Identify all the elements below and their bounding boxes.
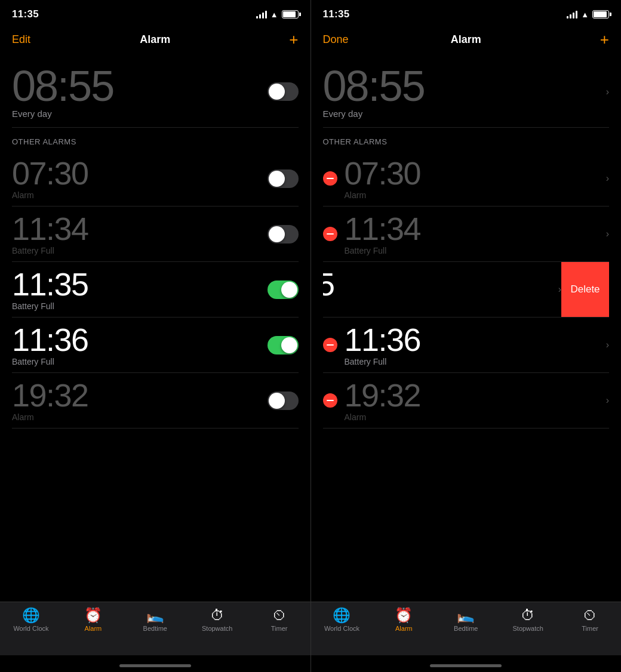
- right-alarm-label-0: Alarm: [345, 190, 421, 200]
- right-battery-icon: [592, 10, 609, 19]
- left-add-button[interactable]: +: [263, 32, 299, 47]
- alarm-toggle-0[interactable]: [268, 169, 299, 188]
- bedtime-label: Bedtime: [143, 625, 167, 632]
- alarm-chevron-4: ›: [606, 395, 609, 406]
- alarm-time-2: 11:35: [12, 268, 88, 300]
- left-alarm-item-0[interactable]: 07:30 Alarm: [12, 151, 299, 206]
- alarm-toggle-3[interactable]: [268, 336, 299, 355]
- left-alarm-list: 08:55 Every day OTHER ALARMS 07:30 Alarm…: [0, 56, 310, 602]
- right-bedtime-label: Bedtime: [454, 625, 478, 632]
- alarm-chevron-3: ›: [606, 340, 609, 350]
- right-alarm-list: 08:55 Every day › OTHER ALARMS 07:30 Ala…: [311, 56, 622, 602]
- right-tab-alarm[interactable]: ⏰ Alarm: [373, 608, 435, 632]
- right-main-alarm-time: 08:55: [323, 64, 425, 107]
- alarm-toggle-2[interactable]: [268, 280, 299, 299]
- alarm-time-4: 19:32: [12, 379, 88, 411]
- right-stopwatch-label: Stopwatch: [512, 625, 543, 632]
- delete-button[interactable]: Delete: [570, 283, 600, 295]
- right-status-icons: ▲: [567, 10, 609, 19]
- right-tab-bar: 🌐 World Clock ⏰ Alarm 🛌 Bedtime ⏱ Stopwa…: [311, 602, 622, 655]
- left-nav-bar: Edit Alarm +: [0, 26, 310, 56]
- alarm-label-3: Battery Full: [12, 357, 88, 366]
- right-wifi-icon: ▲: [581, 10, 589, 19]
- left-tab-worldclock[interactable]: 🌐 World Clock: [0, 608, 62, 632]
- left-section-header: OTHER ALARMS: [12, 128, 299, 151]
- right-alarm-label-1: Battery Full: [345, 246, 421, 255]
- left-status-time: 11:35: [12, 8, 39, 20]
- main-alarm-time: 08:55: [12, 64, 113, 107]
- right-alarm-item-2-swiped[interactable]: 1:35 ttery Full › Delete: [323, 262, 610, 317]
- left-alarm-item-2[interactable]: 11:35 Battery Full: [12, 262, 299, 317]
- right-alarm-item-0[interactable]: 07:30 Alarm ›: [323, 151, 610, 206]
- stopwatch-label: Stopwatch: [202, 625, 232, 632]
- right-alarm-item-3[interactable]: 11:36 Battery Full ›: [323, 317, 610, 373]
- main-alarm-toggle[interactable]: [268, 82, 299, 101]
- right-tab-timer[interactable]: ⏲ Timer: [559, 608, 621, 632]
- left-tab-timer[interactable]: ⏲ Timer: [248, 608, 310, 632]
- right-phone-panel: 11:35 ▲ Done Alarm + 08:55 Every day: [311, 0, 622, 672]
- right-timer-icon: ⏲: [583, 608, 597, 622]
- right-stopwatch-icon: ⏱: [521, 608, 535, 622]
- stopwatch-icon: ⏱: [210, 608, 225, 622]
- left-alarm-item-3[interactable]: 11:36 Battery Full: [12, 317, 299, 373]
- left-phone-panel: 11:35 ▲ Edit Alarm + 08:55 Every day: [0, 0, 310, 672]
- right-alarm-time-2: 1:35: [323, 268, 334, 300]
- right-worldclock-icon: 🌐: [333, 608, 351, 622]
- alarm-time-3: 11:36: [12, 323, 88, 356]
- left-alarm-item-4[interactable]: 19:32 Alarm: [12, 373, 299, 429]
- right-add-button[interactable]: +: [573, 32, 609, 47]
- right-alarm-time-0: 07:30: [345, 157, 421, 189]
- right-status-bar: 11:35 ▲: [311, 0, 622, 26]
- left-tab-bar: 🌐 World Clock ⏰ Alarm 🛌 Bedtime ⏱ Stopwa…: [0, 602, 310, 655]
- left-tab-stopwatch[interactable]: ⏱ Stopwatch: [186, 608, 248, 632]
- right-tab-worldclock[interactable]: 🌐 World Clock: [311, 608, 373, 632]
- right-alarm-item-1[interactable]: 11:34 Battery Full ›: [323, 206, 610, 262]
- right-main-alarm-row[interactable]: 08:55 Every day ›: [323, 56, 610, 128]
- right-alarm-time-3: 11:36: [345, 323, 421, 356]
- right-nav-title: Alarm: [451, 33, 481, 46]
- right-home-indicator: [311, 655, 622, 672]
- battery-icon: [282, 10, 299, 19]
- alarm-time-1: 11:34: [12, 212, 88, 245]
- alarm-label-4: Alarm: [12, 412, 88, 422]
- right-nav-bar: Done Alarm +: [311, 26, 622, 56]
- minus-btn-0[interactable]: [323, 171, 337, 186]
- edit-button[interactable]: Edit: [12, 33, 48, 46]
- minus-btn-4[interactable]: [323, 393, 337, 408]
- alarm-icon: ⏰: [84, 608, 102, 622]
- right-timer-label: Timer: [582, 625, 598, 632]
- right-main-alarm-label: Every day: [323, 109, 425, 119]
- left-home-indicator: [0, 655, 310, 672]
- main-alarm-row[interactable]: 08:55 Every day: [12, 56, 299, 128]
- alarm-time-0: 07:30: [12, 157, 88, 189]
- right-alarm-time-4: 19:32: [345, 379, 421, 411]
- right-alarm-label-2: ttery Full: [323, 301, 334, 311]
- minus-btn-1[interactable]: [323, 227, 337, 241]
- right-alarm-label-3: Battery Full: [345, 357, 421, 366]
- right-alarm-item-4[interactable]: 19:32 Alarm ›: [323, 373, 610, 429]
- alarm-label-tab: Alarm: [84, 625, 102, 632]
- left-tab-bedtime[interactable]: 🛌 Bedtime: [124, 608, 186, 632]
- main-alarm-chevron: ›: [606, 87, 609, 97]
- left-status-icons: ▲: [256, 10, 299, 19]
- alarm-toggle-4[interactable]: [268, 392, 299, 410]
- alarm-label-0: Alarm: [12, 190, 88, 200]
- done-button[interactable]: Done: [323, 33, 359, 46]
- right-tab-bedtime[interactable]: 🛌 Bedtime: [435, 608, 497, 632]
- bedtime-icon: 🛌: [146, 608, 164, 622]
- left-nav-title: Alarm: [140, 33, 170, 46]
- right-bedtime-icon: 🛌: [457, 608, 475, 622]
- right-section-header: OTHER ALARMS: [323, 128, 610, 151]
- left-tab-alarm[interactable]: ⏰ Alarm: [62, 608, 124, 632]
- timer-icon: ⏲: [272, 608, 287, 622]
- left-status-bar: 11:35 ▲: [0, 0, 310, 26]
- alarm-label-2: Battery Full: [12, 301, 88, 311]
- right-alarm-time-1: 11:34: [345, 212, 421, 245]
- main-alarm-label: Every day: [12, 109, 113, 119]
- right-tab-stopwatch[interactable]: ⏱ Stopwatch: [497, 608, 559, 632]
- alarm-toggle-1[interactable]: [268, 225, 299, 243]
- minus-btn-3[interactable]: [323, 338, 337, 352]
- timer-label: Timer: [271, 625, 288, 632]
- right-alarm-label-tab: Alarm: [395, 625, 413, 632]
- left-alarm-item-1[interactable]: 11:34 Battery Full: [12, 206, 299, 262]
